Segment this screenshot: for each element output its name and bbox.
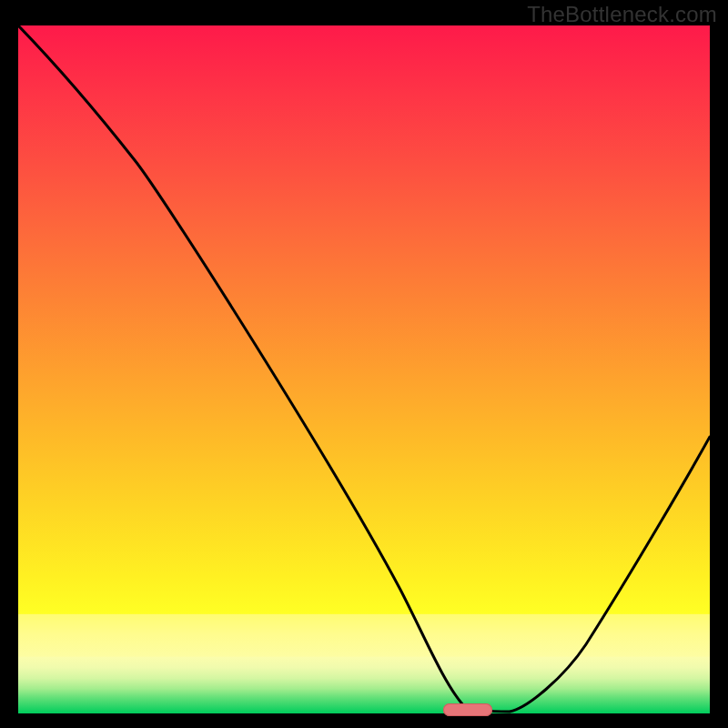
- watermark: TheBottleneck.com: [527, 2, 717, 27]
- chart-plot-area: [18, 25, 710, 713]
- optimal-point-marker: [443, 703, 492, 716]
- bottleneck-curve: [18, 25, 710, 713]
